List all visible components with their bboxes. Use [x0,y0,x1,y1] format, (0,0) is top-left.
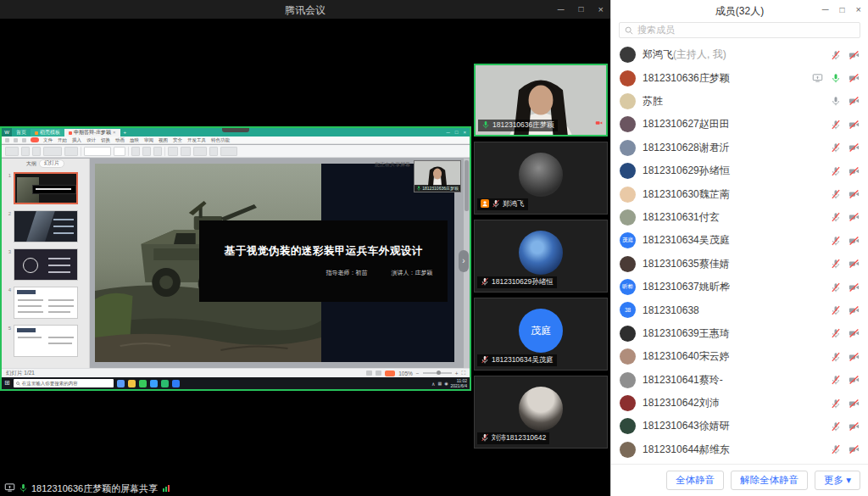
camera-off-icon[interactable] [849,166,860,176]
wps-menu-item[interactable]: 特色功能 [211,137,230,143]
normal-view-icon[interactable] [366,371,372,376]
video-tile[interactable]: 1812310636庄梦颖 [474,64,608,137]
mic-icon[interactable] [831,142,841,153]
ribbon-tool[interactable] [43,147,62,156]
wps-tab[interactable]: 中期答辩-庄梦颖× [64,129,120,137]
wps-menu-item[interactable]: 文件 [43,137,53,143]
ribbon-tool[interactable] [181,147,191,156]
ribbon-tool[interactable] [220,147,237,156]
ribbon-tool[interactable] [5,147,19,156]
mic-icon[interactable] [831,166,841,176]
minimize-icon[interactable]: ─ [822,4,829,14]
next-slide-button[interactable]: › [459,250,469,272]
mic-icon[interactable] [831,282,841,293]
member-row[interactable]: 1812310644郝维东 [611,438,868,460]
wps-window-controls[interactable]: ─□× [447,128,470,137]
camera-off-icon[interactable] [849,305,860,315]
wps-menu-item[interactable]: 动画 [115,137,125,143]
close-tab-icon[interactable]: × [113,129,116,137]
wps-menu-item[interactable]: 插入 [72,137,81,143]
hamburger-icon[interactable] [5,138,9,142]
ribbon-tool[interactable] [21,147,30,156]
play-button[interactable] [385,371,395,376]
mic-icon[interactable] [831,305,841,315]
member-search-input[interactable]: 搜索成员 [619,22,860,38]
taskbar-app-icon[interactable] [161,380,169,387]
zoom-slider[interactable] [423,372,452,374]
camera-off-icon[interactable] [849,73,860,83]
minimize-icon[interactable]: ─ [558,5,565,14]
video-tile[interactable]: 郑鸿飞 [474,142,608,215]
taskbar-app-icon[interactable] [172,380,180,387]
mic-icon[interactable] [831,421,841,432]
ribbon-tool[interactable] [168,147,178,156]
share-toolbar-handle[interactable] [222,128,249,132]
slide-thumbnail[interactable] [14,210,78,242]
member-row[interactable]: 茂庭 1812310634吴茂庭 [611,229,868,252]
system-tray[interactable]: ∧▦◉ 11:02 2021/6/4 [431,378,467,388]
new-tab-button[interactable]: + [120,128,131,137]
camera-off-icon[interactable] [849,212,860,222]
camera-off-icon[interactable] [849,444,860,454]
mic-icon[interactable] [831,189,841,199]
member-row[interactable]: 1812310640宋云婷 [611,345,868,368]
member-row[interactable]: 1812310627赵田田 [611,113,868,136]
wps-tab[interactable]: 稻壳模板 [31,129,64,137]
mic-icon[interactable] [831,50,841,60]
camera-off-icon[interactable] [849,120,860,130]
wps-menu-item[interactable]: 视图 [159,137,168,143]
camera-off-icon[interactable] [849,189,860,199]
mic-icon[interactable] [831,259,841,269]
camera-off-icon[interactable] [849,375,860,385]
member-row[interactable]: 1812310630魏芷萳 [611,182,868,205]
member-row[interactable]: 1812310635蔡佳婧 [611,253,868,276]
wps-menu-item[interactable]: 审阅 [144,137,153,143]
ribbon-tool[interactable] [84,147,111,156]
member-row[interactable]: 昕桦 1812310637姚昕桦 [611,276,868,298]
taskbar-app-icon[interactable] [139,380,147,387]
taskbar-app-icon[interactable] [128,380,136,387]
tab-outline[interactable]: 大纲 [26,160,36,168]
member-row[interactable]: 1812310628谢君沂 [611,137,868,159]
presenter-camera-overlay[interactable]: 1812310636庄梦颖 [414,160,461,192]
member-row[interactable]: 1812310642刘沛 [611,392,868,415]
wps-menu-item[interactable]: 开始 [58,137,67,143]
tab-slides[interactable]: 幻灯片 [39,159,64,168]
camera-off-icon[interactable] [849,352,860,362]
wps-tab[interactable]: 首页 [12,129,31,137]
taskbar-app-icon[interactable] [150,380,158,387]
more-button[interactable]: 更多 ▾ [815,471,860,490]
video-tile[interactable]: 茂庭 1812310634吴茂庭 [474,298,608,371]
unmute-all-button[interactable]: 解除全体静音 [731,471,808,490]
ribbon-tool[interactable] [209,147,218,156]
member-row[interactable]: 郑鸿飞(主持人, 我) [611,43,868,66]
wps-menu-item[interactable]: 放映 [130,137,139,143]
member-row[interactable]: 1812310639王惠琦 [611,322,868,345]
close-icon[interactable]: × [856,4,861,14]
slide-canvas[interactable]: 基于视觉伪装的迷彩装甲运兵车外观设计 指导老师：初苗 演讲人：庄梦颖 您正在共享… [90,159,470,368]
save-icon[interactable] [14,138,18,142]
mic-icon[interactable] [831,96,841,106]
taskbar-search[interactable]: 在这里输入你要搜索的内容 [14,379,114,387]
slide-thumbnail[interactable] [14,248,78,281]
ribbon-tool[interactable] [142,147,151,156]
mic-icon[interactable] [831,375,841,385]
wps-ribbon[interactable] [2,145,470,158]
member-row[interactable]: 1812310643徐婧研 [611,415,868,437]
camera-off-icon[interactable] [849,142,860,153]
camera-off-icon[interactable] [849,421,860,432]
member-row[interactable]: 1812310636庄梦颖 [611,66,868,89]
slide-thumbnail[interactable] [14,325,78,357]
taskbar-app-icon[interactable] [117,380,125,387]
sorter-view-icon[interactable] [376,371,381,376]
video-tile[interactable]: 刘沛1812310642 [474,376,608,449]
video-tile[interactable]: 1812310629孙绪恒 [474,220,608,293]
mic-icon[interactable] [831,352,841,362]
mic-icon[interactable] [831,73,841,83]
mic-icon[interactable] [831,236,841,246]
ribbon-tool[interactable] [131,147,140,156]
member-row[interactable]: 38 1812310638 [611,298,868,321]
mic-icon[interactable] [831,444,841,454]
fit-icon[interactable]: ⛶ [461,370,465,376]
mute-all-button[interactable]: 全体静音 [666,471,724,490]
